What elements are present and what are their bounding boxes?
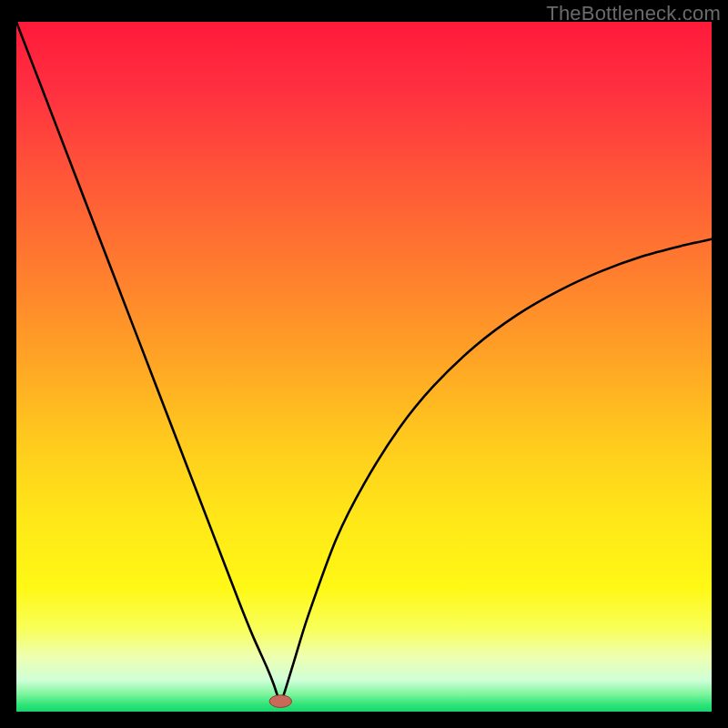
gradient-background: [16, 22, 712, 712]
bottleneck-chart: [16, 22, 712, 712]
chart-stage: TheBottleneck.com: [0, 0, 728, 728]
minimum-marker: [269, 695, 291, 708]
plot-area: [16, 22, 712, 712]
